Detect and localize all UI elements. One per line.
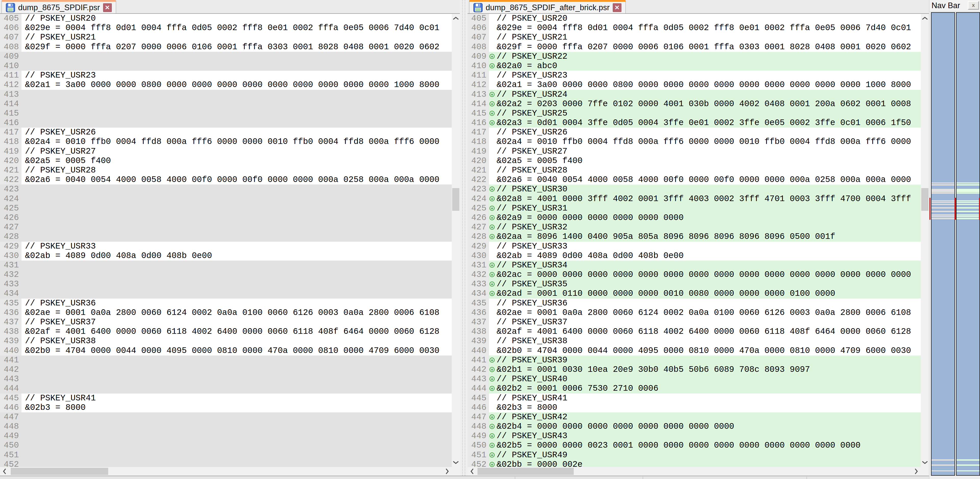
line-text[interactable] (25, 355, 452, 365)
code-line[interactable]: 440&02b0 = 4704 0000 0044 0000 4095 0000… (0, 346, 452, 355)
line-text[interactable]: // PSKEY_USR43 (496, 431, 921, 441)
tab-close-icon[interactable]: ✕ (103, 3, 112, 12)
filler-line[interactable]: 415 (0, 109, 452, 118)
line-text[interactable]: &02ae = 0001 0a0a 2800 0060 6124 0002 0a… (496, 308, 921, 317)
code-line[interactable]: 441+// PSKEY_USR39 (468, 355, 921, 365)
line-text[interactable] (25, 365, 452, 374)
code-line[interactable]: 446&02b3 = 8000 (0, 403, 452, 412)
line-text[interactable]: &02b0 = 4704 0000 0044 0000 4095 0000 08… (25, 346, 452, 355)
line-text[interactable]: &02b1 = 0001 0030 10ea 20e9 30b0 40b5 50… (496, 365, 921, 374)
line-text[interactable]: &02af = 4001 6400 0000 0060 6118 4002 64… (25, 327, 452, 336)
code-line[interactable]: 430&02ab = 4089 0d00 408a 0d00 408b 0e00 (0, 251, 452, 261)
line-text[interactable]: // PSKEY_USR42 (496, 412, 921, 422)
line-text[interactable] (25, 99, 452, 109)
line-text[interactable]: &029f = 0000 fffa 0207 0000 0006 0106 00… (496, 42, 921, 52)
line-text[interactable]: // PSKEY_USR31 (496, 204, 921, 213)
line-text[interactable]: &02a6 = 0040 0054 4000 0058 4000 00f0 00… (496, 175, 921, 185)
code-line[interactable]: 429// PSKEY_USR33 (468, 242, 921, 251)
code-line[interactable]: 410+&02a0 = abc0 (468, 61, 921, 71)
code-line[interactable]: 422&02a6 = 0040 0054 4000 0058 4000 00f0… (468, 175, 921, 185)
line-text[interactable]: &02a4 = 0010 ffb0 0004 ffd8 000a fff6 00… (496, 137, 921, 146)
line-text[interactable]: &02a4 = 0010 ffb0 0004 ffd8 000a fff6 00… (25, 137, 452, 146)
code-line[interactable]: 452+&02bb = 0000 002e (468, 460, 921, 467)
filler-line[interactable]: 434 (0, 289, 452, 298)
horizontal-scrollbar-left[interactable] (0, 467, 452, 476)
line-text[interactable]: // PSKEY_USR30 (496, 185, 921, 194)
line-text[interactable]: // PSKEY_USR25 (496, 109, 921, 118)
line-text[interactable]: // PSKEY_USR34 (496, 261, 921, 270)
filler-line[interactable]: 447 (0, 412, 452, 422)
code-line[interactable]: 430&02ab = 4089 0d00 408a 0d00 408b 0e00 (468, 251, 921, 261)
filler-line[interactable]: 449 (0, 431, 452, 441)
code-line[interactable]: 432+&02ac = 0000 0000 0000 0000 0000 000… (468, 270, 921, 279)
line-text[interactable]: &02a9 = 0000 0000 0000 0000 0000 0000 (496, 213, 921, 223)
tab-left-file[interactable]: dump_8675_SPDIF.psr ✕ (2, 0, 116, 13)
code-line[interactable]: 412&02a1 = 3a00 0000 0000 0800 0000 0000… (468, 80, 921, 89)
line-text[interactable]: // PSKEY_USR20 (496, 14, 921, 23)
line-text[interactable] (25, 374, 452, 384)
code-line[interactable]: 407// PSKEY_USR21 (0, 33, 452, 42)
line-text[interactable]: &02a3 = 0d01 0004 3ffe 0d05 0004 3ffe 0e… (496, 118, 921, 127)
line-text[interactable]: // PSKEY_USR33 (25, 242, 452, 251)
code-line[interactable]: 423+// PSKEY_USR30 (468, 185, 921, 194)
line-text[interactable] (25, 185, 452, 194)
scroll-right-button[interactable] (442, 467, 452, 476)
code-line[interactable]: 424+&02a8 = 4001 0000 3fff 4002 0001 3ff… (468, 194, 921, 204)
filler-line[interactable]: 410 (0, 61, 452, 71)
filler-line[interactable]: 448 (0, 422, 452, 431)
line-text[interactable]: // PSKEY_USR23 (25, 71, 452, 80)
filler-line[interactable]: 427 (0, 223, 452, 232)
line-text[interactable]: // PSKEY_USR41 (25, 393, 452, 403)
code-line[interactable]: 447+// PSKEY_USR42 (468, 412, 921, 422)
tab-close-icon[interactable]: ✕ (613, 3, 621, 12)
scroll-up-button[interactable] (921, 14, 929, 23)
filler-line[interactable]: 433 (0, 279, 452, 289)
line-text[interactable]: &02ab = 4089 0d00 408a 0d00 408b 0e00 (496, 251, 921, 261)
code-line[interactable]: 445// PSKEY_USR41 (468, 393, 921, 403)
line-text[interactable]: // PSKEY_USR22 (496, 52, 921, 61)
scroll-left-button[interactable] (0, 467, 9, 476)
scroll-right-button[interactable] (912, 467, 921, 476)
line-text[interactable]: &02a2 = 0203 0000 7ffe 0102 0000 4001 03… (496, 99, 921, 109)
line-text[interactable] (25, 204, 452, 213)
line-text[interactable] (25, 261, 452, 270)
code-line[interactable]: 417// PSKEY_USR26 (0, 127, 452, 137)
vertical-scroll-thumb[interactable] (921, 188, 928, 211)
line-text[interactable]: &02a5 = 0005 f400 (25, 156, 452, 166)
line-text[interactable]: // PSKEY_USR28 (25, 166, 452, 175)
filler-line[interactable]: 432 (0, 270, 452, 279)
line-text[interactable]: // PSKEY_USR35 (496, 279, 921, 289)
line-text[interactable]: &02a8 = 4001 0000 3fff 4002 0001 3fff 40… (496, 194, 921, 204)
code-line[interactable]: 435// PSKEY_USR36 (468, 299, 921, 308)
line-text[interactable] (25, 213, 452, 223)
horizontal-scroll-thumb[interactable] (11, 468, 108, 475)
vertical-scroll-thumb[interactable] (452, 188, 460, 211)
code-line[interactable]: 417// PSKEY_USR26 (468, 127, 921, 137)
line-text[interactable] (25, 279, 452, 289)
line-text[interactable] (25, 422, 452, 431)
code-line[interactable]: 411// PSKEY_USR23 (0, 71, 452, 80)
code-line[interactable]: 437// PSKEY_USR37 (468, 317, 921, 327)
code-line[interactable]: 448+&02b4 = 0000 0000 0000 0000 0000 000… (468, 422, 921, 431)
code-line[interactable]: 418&02a4 = 0010 ffb0 0004 ffd8 000a fff6… (0, 137, 452, 146)
line-text[interactable]: // PSKEY_USR36 (496, 299, 921, 308)
code-line[interactable]: 420&02a5 = 0005 f400 (468, 156, 921, 166)
horizontal-scroll-thumb[interactable] (477, 468, 574, 475)
code-line[interactable]: 406&029e = 0004 fff8 0d01 0004 fffa 0d05… (468, 23, 921, 33)
code-line[interactable]: 426+&02a9 = 0000 0000 0000 0000 0000 000… (468, 213, 921, 223)
code-line[interactable]: 439// PSKEY_USR38 (468, 336, 921, 346)
code-line[interactable]: 412&02a1 = 3a00 0000 0000 0800 0000 0000… (0, 80, 452, 89)
line-text[interactable]: // PSKEY_USR23 (496, 71, 921, 80)
code-line[interactable]: 413+// PSKEY_USR24 (468, 90, 921, 99)
code-line[interactable]: 440&02b0 = 4704 0000 0044 0000 4095 0000… (468, 346, 921, 355)
code-line[interactable]: 439// PSKEY_USR38 (0, 336, 452, 346)
line-text[interactable]: &02a0 = abc0 (496, 61, 921, 71)
line-text[interactable]: // PSKEY_USR26 (25, 127, 452, 137)
nav-bar-close-icon[interactable]: x (968, 1, 979, 10)
line-text[interactable]: &02ac = 0000 0000 0000 0000 0000 0000 00… (496, 270, 921, 279)
filler-line[interactable]: 413 (0, 90, 452, 99)
code-line[interactable]: 445// PSKEY_USR41 (0, 393, 452, 403)
line-text[interactable]: // PSKEY_USR39 (496, 355, 921, 365)
code-line[interactable]: 409+// PSKEY_USR22 (468, 52, 921, 61)
line-text[interactable]: // PSKEY_USR26 (496, 127, 921, 137)
